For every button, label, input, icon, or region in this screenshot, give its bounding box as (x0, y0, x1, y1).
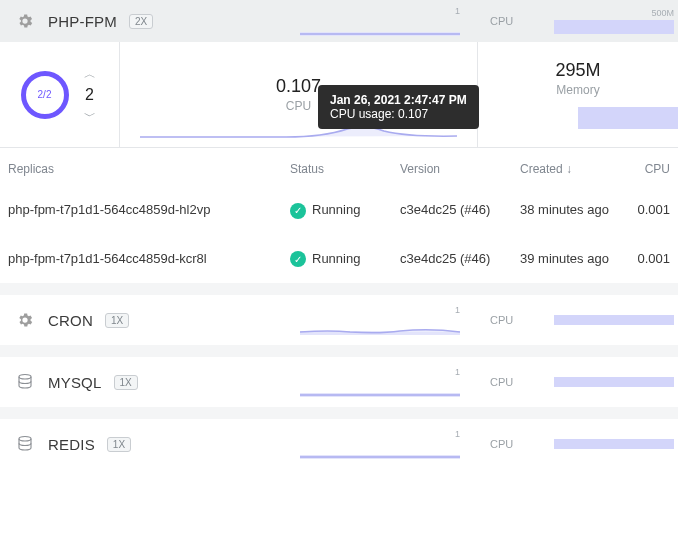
service-name: REDIS (48, 436, 95, 453)
status-ok-icon: ✓ (290, 203, 306, 219)
memory-detail-bar (578, 107, 678, 129)
divider (0, 407, 678, 419)
cpu-label: CPU (490, 438, 513, 450)
replica-ring-cell: 2/2 ︿ 2 ﹀ (0, 42, 120, 147)
col-cpu[interactable]: CPU (630, 162, 670, 176)
memory-value: 295M (555, 60, 600, 81)
cpu-sparkline: 1 (300, 305, 460, 335)
col-version[interactable]: Version (400, 162, 520, 176)
status-ok-icon: ✓ (290, 251, 306, 267)
service-row-mysql[interactable]: MYSQL 1X 1 CPU (0, 357, 678, 407)
replica-name: php-fpm-t7p1d1-564cc4859d-kcr8l (0, 251, 290, 268)
replica-name: php-fpm-t7p1d1-564cc4859d-hl2vp (0, 202, 290, 219)
cpu-tooltip: Jan 26, 2021 2:47:47 PM CPU usage: 0.107 (318, 85, 479, 129)
cpu-sparkline: 1 (300, 6, 460, 36)
cpu-value: 0.107 (276, 76, 321, 97)
chevron-down-icon[interactable]: ﹀ (81, 107, 99, 125)
chevron-up-icon[interactable]: ︿ (81, 65, 99, 83)
replica-created: 39 minutes ago (520, 251, 630, 268)
replica-count-badge: 1X (107, 437, 131, 452)
cpu-label: CPU (490, 15, 513, 27)
memory-bar: 500M (554, 8, 674, 34)
tooltip-value: CPU usage: 0.107 (330, 107, 467, 121)
cpu-label: CPU (490, 376, 513, 388)
replica-count-badge: 2X (129, 14, 153, 29)
col-created[interactable]: Created ↓ (520, 162, 630, 176)
cpu-sparkline: 1 (300, 367, 460, 397)
service-row-phpfpm[interactable]: PHP-FPM 2X 1 CPU 500M (0, 0, 678, 42)
replica-stepper[interactable]: ︿ 2 ﹀ (81, 65, 99, 125)
memory-detail-label: Memory (556, 83, 599, 97)
service-name: PHP-FPM (48, 13, 117, 30)
memory-bar (554, 377, 674, 387)
replica-cpu: 0.001 (630, 251, 670, 268)
service-row-redis[interactable]: REDIS 1X 1 CPU (0, 419, 678, 469)
replica-count-badge: 1X (105, 313, 129, 328)
replica-count: 2 (85, 83, 94, 107)
replica-version: c3e4dc25 (#46) (400, 202, 520, 219)
replica-ring: 2/2 (21, 71, 69, 119)
svg-point-1 (19, 437, 31, 442)
service-row-cron[interactable]: CRON 1X 1 CPU (0, 295, 678, 345)
memory-detail-cell: 295M Memory (478, 42, 678, 147)
replica-status: ✓Running (290, 202, 400, 219)
database-icon (16, 435, 34, 453)
col-replicas[interactable]: Replicas (0, 162, 290, 176)
tooltip-timestamp: Jan 26, 2021 2:47:47 PM (330, 93, 467, 107)
service-name: CRON (48, 312, 93, 329)
gear-icon (16, 311, 34, 329)
table-row[interactable]: php-fpm-t7p1d1-564cc4859d-kcr8l ✓Running… (0, 235, 678, 284)
col-status[interactable]: Status (290, 162, 400, 176)
divider (0, 283, 678, 295)
divider (0, 345, 678, 357)
replica-version: c3e4dc25 (#46) (400, 251, 520, 268)
svg-point-0 (19, 375, 31, 380)
replica-status: ✓Running (290, 251, 400, 268)
replica-table-header: Replicas Status Version Created ↓ CPU (0, 148, 678, 186)
replica-created: 38 minutes ago (520, 202, 630, 219)
memory-bar (554, 439, 674, 449)
cpu-label: CPU (490, 314, 513, 326)
replica-count-badge: 1X (114, 375, 138, 390)
cpu-detail-label: CPU (286, 99, 311, 113)
sort-desc-icon: ↓ (566, 162, 572, 176)
database-icon (16, 373, 34, 391)
cpu-sparkline: 1 (300, 429, 460, 459)
service-name: MYSQL (48, 374, 102, 391)
gear-icon (16, 12, 34, 30)
table-row[interactable]: php-fpm-t7p1d1-564cc4859d-hl2vp ✓Running… (0, 186, 678, 235)
memory-bar (554, 315, 674, 325)
replica-cpu: 0.001 (630, 202, 670, 219)
